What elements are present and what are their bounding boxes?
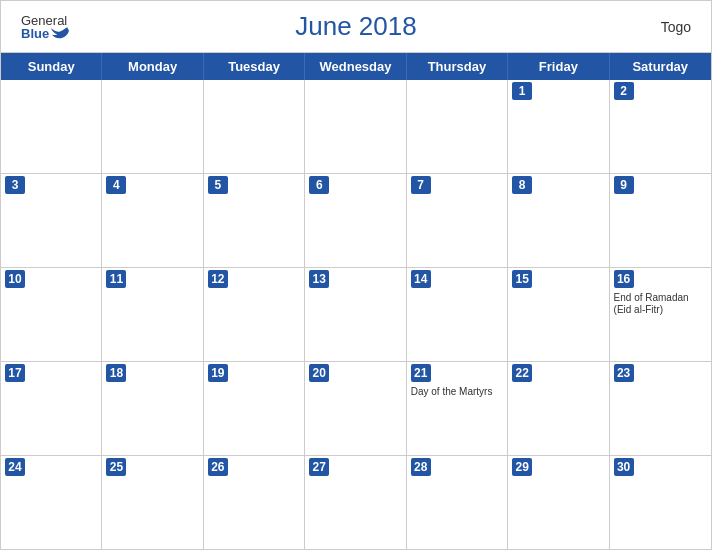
- day-cell: 6: [305, 174, 406, 267]
- day-cell: 22: [508, 362, 609, 455]
- day-cell: 5: [204, 174, 305, 267]
- day-cell: 4: [102, 174, 203, 267]
- day-header-monday: Monday: [102, 53, 203, 80]
- day-cell: 27: [305, 456, 406, 549]
- day-cell: 3: [1, 174, 102, 267]
- day-cell: 12: [204, 268, 305, 361]
- calendar-header: General Blue June 2018 Togo: [1, 1, 711, 52]
- day-number: 27: [309, 458, 329, 476]
- day-cell: 10: [1, 268, 102, 361]
- weeks-container: 12345678910111213141516End of Ramadan (E…: [1, 80, 711, 549]
- logo-bird-icon: [51, 26, 69, 40]
- day-cell: 30: [610, 456, 711, 549]
- day-number: 5: [208, 176, 228, 194]
- calendar-title: June 2018: [295, 11, 416, 42]
- day-cell: [204, 80, 305, 173]
- day-number: 18: [106, 364, 126, 382]
- day-cell: 21Day of the Martyrs: [407, 362, 508, 455]
- day-cell: [407, 80, 508, 173]
- day-number: 28: [411, 458, 431, 476]
- day-number-empty: [309, 82, 329, 100]
- day-number: 25: [106, 458, 126, 476]
- day-cell: 7: [407, 174, 508, 267]
- day-number: 6: [309, 176, 329, 194]
- day-cell: 14: [407, 268, 508, 361]
- day-number: 29: [512, 458, 532, 476]
- day-cell: 28: [407, 456, 508, 549]
- day-cell: 13: [305, 268, 406, 361]
- week-row: 10111213141516End of Ramadan (Eid al-Fit…: [1, 268, 711, 362]
- day-number: 19: [208, 364, 228, 382]
- day-header-saturday: Saturday: [610, 53, 711, 80]
- day-number: 11: [106, 270, 126, 288]
- day-cell: 16End of Ramadan (Eid al-Fitr): [610, 268, 711, 361]
- day-number: 4: [106, 176, 126, 194]
- day-number: 21: [411, 364, 431, 382]
- day-cell: 24: [1, 456, 102, 549]
- day-number-empty: [5, 82, 25, 100]
- day-number: 3: [5, 176, 25, 194]
- day-number: 9: [614, 176, 634, 194]
- country-label: Togo: [661, 19, 691, 35]
- week-row: 24252627282930: [1, 456, 711, 549]
- day-header-friday: Friday: [508, 53, 609, 80]
- day-cell: 26: [204, 456, 305, 549]
- day-number: 2: [614, 82, 634, 100]
- logo: General Blue: [21, 13, 69, 40]
- day-cell: [1, 80, 102, 173]
- day-number: 24: [5, 458, 25, 476]
- day-header-tuesday: Tuesday: [204, 53, 305, 80]
- logo-blue-text: Blue: [21, 26, 69, 40]
- day-number-empty: [106, 82, 126, 100]
- calendar-container: General Blue June 2018 Togo SundayMonday…: [0, 0, 712, 550]
- day-number-empty: [208, 82, 228, 100]
- day-cell: 2: [610, 80, 711, 173]
- day-number: 22: [512, 364, 532, 382]
- logo-general-text: General: [21, 13, 67, 26]
- day-cell: 20: [305, 362, 406, 455]
- day-number: 12: [208, 270, 228, 288]
- day-cell: 11: [102, 268, 203, 361]
- day-headers-row: SundayMondayTuesdayWednesdayThursdayFrid…: [1, 53, 711, 80]
- day-number: 17: [5, 364, 25, 382]
- event-text: End of Ramadan (Eid al-Fitr): [614, 292, 707, 316]
- calendar-grid: SundayMondayTuesdayWednesdayThursdayFrid…: [1, 52, 711, 549]
- day-cell: 23: [610, 362, 711, 455]
- day-cell: 9: [610, 174, 711, 267]
- week-row: 3456789: [1, 174, 711, 268]
- day-header-wednesday: Wednesday: [305, 53, 406, 80]
- day-cell: 29: [508, 456, 609, 549]
- week-row: 1718192021Day of the Martyrs2223: [1, 362, 711, 456]
- day-cell: 19: [204, 362, 305, 455]
- day-cell: 8: [508, 174, 609, 267]
- day-cell: 15: [508, 268, 609, 361]
- day-number: 7: [411, 176, 431, 194]
- day-number: 23: [614, 364, 634, 382]
- event-text: Day of the Martyrs: [411, 386, 503, 398]
- day-number: 20: [309, 364, 329, 382]
- day-number: 10: [5, 270, 25, 288]
- day-cell: [102, 80, 203, 173]
- day-cell: 25: [102, 456, 203, 549]
- day-cell: 1: [508, 80, 609, 173]
- day-number: 8: [512, 176, 532, 194]
- day-cell: [305, 80, 406, 173]
- day-cell: 17: [1, 362, 102, 455]
- week-row: 12: [1, 80, 711, 174]
- day-number: 1: [512, 82, 532, 100]
- day-number: 13: [309, 270, 329, 288]
- day-number-empty: [411, 82, 431, 100]
- day-header-thursday: Thursday: [407, 53, 508, 80]
- day-number: 15: [512, 270, 532, 288]
- day-number: 30: [614, 458, 634, 476]
- day-number: 26: [208, 458, 228, 476]
- day-number: 16: [614, 270, 634, 288]
- day-number: 14: [411, 270, 431, 288]
- day-cell: 18: [102, 362, 203, 455]
- day-header-sunday: Sunday: [1, 53, 102, 80]
